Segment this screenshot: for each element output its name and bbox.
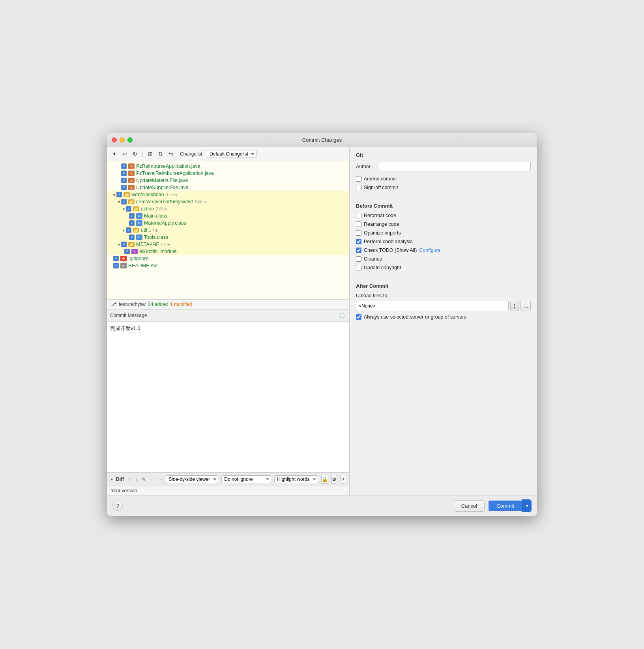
file-checkbox[interactable] bbox=[129, 234, 135, 240]
diff-viewer-select[interactable]: Side-by-side viewer Unified viewer bbox=[166, 475, 218, 483]
upload-stepper[interactable]: ▲ ▼ bbox=[510, 301, 519, 311]
list-item[interactable]: ▾ 📁 util 1 file bbox=[107, 227, 349, 234]
close-button[interactable] bbox=[112, 137, 117, 143]
folder-checkbox[interactable] bbox=[121, 242, 127, 247]
expand-icon[interactable]: ▾ bbox=[118, 200, 120, 204]
configure-link[interactable]: Configure bbox=[419, 248, 440, 253]
optimize-imports-checkbox[interactable] bbox=[356, 230, 361, 236]
refresh-button[interactable]: ↻ bbox=[131, 150, 139, 158]
diff-highlight-select[interactable]: Highlight words Highlight lines No highl… bbox=[274, 475, 318, 483]
group-button[interactable]: ⊞ bbox=[146, 150, 155, 158]
perform-code-analysis-label: Perform code analysis bbox=[364, 239, 413, 244]
file-name: .gitignore bbox=[128, 256, 148, 261]
collapse-button[interactable]: ⇆ bbox=[167, 150, 175, 158]
list-item[interactable]: MaterialApply.class bbox=[107, 219, 349, 227]
list-item[interactable]: K e9.kotlin_module bbox=[107, 248, 349, 255]
file-checkbox[interactable] bbox=[113, 256, 119, 261]
expand-icon[interactable]: ▾ bbox=[123, 207, 125, 211]
folder-checkbox[interactable] bbox=[126, 206, 131, 212]
sign-off-checkbox[interactable] bbox=[356, 185, 361, 190]
cleanup-checkbox[interactable] bbox=[356, 256, 361, 262]
check-todo-checkbox[interactable] bbox=[356, 248, 361, 253]
file-count: 3 files bbox=[195, 199, 206, 204]
diff-back-button[interactable]: ← bbox=[149, 475, 154, 484]
author-input[interactable] bbox=[379, 162, 531, 171]
bottom-actions: Cancel Commit ▾ bbox=[454, 499, 532, 512]
list-item[interactable]: ▾ 📁 web/classbean 4 files bbox=[107, 191, 349, 198]
diff-ignore-select[interactable]: Do not ignore Ignore whitespace bbox=[221, 475, 271, 483]
list-item[interactable]: ▾ 📁 action 2 files bbox=[107, 205, 349, 212]
list-item[interactable]: J PzReimburseApplication.java bbox=[107, 163, 349, 170]
rearrange-code-checkbox[interactable] bbox=[356, 221, 361, 227]
rearrange-code-row: Rearrange code bbox=[356, 221, 531, 227]
file-name: MaterialApply.class bbox=[144, 220, 186, 226]
minimize-button[interactable] bbox=[120, 137, 125, 143]
folder-name: action bbox=[141, 206, 154, 212]
upload-more-button[interactable]: … bbox=[520, 301, 531, 311]
commit-message-history-button[interactable]: 🕐 bbox=[337, 311, 346, 320]
folder-checkbox[interactable] bbox=[126, 227, 131, 233]
file-checkbox[interactable] bbox=[121, 178, 127, 183]
diff-prev-button[interactable]: ↑ bbox=[127, 475, 131, 484]
class-file-icon bbox=[136, 234, 142, 240]
diff-lock-button[interactable]: 🔒 bbox=[321, 475, 328, 484]
diff-forward-button[interactable]: → bbox=[157, 475, 163, 484]
list-item[interactable]: ▾ 📁 META-INF 1 file bbox=[107, 241, 349, 248]
expand-icon[interactable]: ▾ bbox=[123, 228, 125, 233]
commit-message-input[interactable]: 完成开发v1.0 bbox=[107, 322, 349, 472]
diff-help-button[interactable]: ? bbox=[340, 475, 345, 484]
list-item[interactable]: Main.class bbox=[107, 212, 349, 219]
file-name: Tools.class bbox=[144, 234, 168, 240]
git-section-header: Git bbox=[356, 152, 531, 158]
commit-button[interactable]: Commit bbox=[489, 501, 522, 511]
upload-select[interactable]: <None> bbox=[356, 301, 509, 311]
title-bar: Commit Changes bbox=[107, 133, 537, 147]
file-checkbox[interactable] bbox=[129, 220, 135, 226]
update-copyright-checkbox[interactable] bbox=[356, 265, 361, 270]
diff-header: ▾ Diff ↑ ↓ ✎ ← → Side-by-side viewer Uni… bbox=[107, 473, 349, 486]
always-use-selected-checkbox[interactable] bbox=[356, 314, 361, 320]
sign-off-label: Sign-off commit bbox=[364, 185, 398, 190]
commit-dropdown-arrow[interactable]: ▾ bbox=[522, 499, 532, 512]
file-checkbox[interactable] bbox=[124, 249, 130, 254]
file-checkbox[interactable] bbox=[121, 163, 127, 169]
file-checkbox[interactable] bbox=[121, 171, 127, 176]
list-item[interactable]: J UpdateSupplierFile.java bbox=[107, 184, 349, 191]
list-item[interactable]: MD README.md bbox=[107, 262, 349, 269]
cancel-button[interactable]: Cancel bbox=[454, 500, 485, 512]
expand-icon[interactable]: ▾ bbox=[113, 193, 115, 197]
list-item[interactable]: Tools.class bbox=[107, 234, 349, 241]
diff-next-button[interactable]: ↓ bbox=[135, 475, 139, 484]
list-item[interactable]: ⚙ .gitignore bbox=[107, 255, 349, 262]
reformat-code-checkbox[interactable] bbox=[356, 213, 361, 218]
folder-checkbox[interactable] bbox=[116, 192, 122, 197]
diff-collapse-icon[interactable]: ▾ bbox=[111, 477, 113, 482]
changelist-select[interactable]: Default Changelist bbox=[207, 150, 257, 158]
bottom-bar: ? Cancel Commit ▾ bbox=[107, 495, 537, 516]
pin-button[interactable]: ✦ bbox=[110, 150, 119, 158]
undo-button[interactable]: ↩ bbox=[120, 150, 129, 158]
amend-commit-checkbox[interactable] bbox=[356, 176, 361, 182]
list-item[interactable]: J PzTravelReimburseApplication.java bbox=[107, 170, 349, 177]
file-checkbox[interactable] bbox=[113, 263, 119, 268]
maximize-button[interactable] bbox=[127, 137, 133, 143]
after-commit-header: After Commit bbox=[356, 283, 531, 289]
perform-code-analysis-checkbox[interactable] bbox=[356, 239, 361, 244]
upload-row: <None> ▲ ▼ … bbox=[356, 301, 531, 311]
expand-icon[interactable]: ▾ bbox=[118, 242, 120, 247]
after-commit-section: After Commit Upload files to: <None> ▲ ▼… bbox=[356, 283, 531, 323]
diff-edit-button[interactable]: ✎ bbox=[142, 475, 146, 484]
list-item[interactable]: ▾ 📁 com/weavernorth/hysw/wf 3 files bbox=[107, 198, 349, 205]
commit-message-title: Commit Message bbox=[110, 313, 147, 318]
diff-title[interactable]: Diff bbox=[116, 476, 124, 482]
file-checkbox[interactable] bbox=[129, 213, 135, 219]
list-item[interactable]: J UpdateMaterialFile.java bbox=[107, 177, 349, 184]
help-button[interactable]: ? bbox=[112, 501, 123, 511]
folder-checkbox[interactable] bbox=[121, 199, 127, 204]
diff-settings-button[interactable]: ⚙ bbox=[331, 475, 337, 484]
folder-icon: 📁 bbox=[128, 199, 135, 204]
main-content: ✦ ↩ ↻ ⊞ ⇅ ⇆ Changelist: Default Changeli… bbox=[107, 147, 537, 495]
commit-message-header: Commit Message 🕐 bbox=[107, 309, 349, 322]
file-checkbox[interactable] bbox=[121, 185, 127, 190]
expand-button[interactable]: ⇅ bbox=[156, 150, 165, 158]
